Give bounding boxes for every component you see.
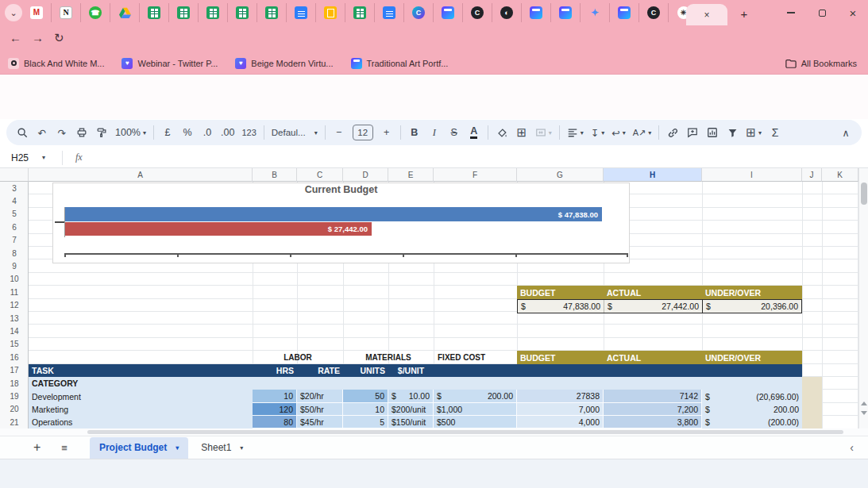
cell-H19-actual[interactable]: 7142 <box>604 390 702 403</box>
horizontal-scrollbar-thumb[interactable] <box>87 430 843 434</box>
pinned-tab-notion[interactable]: N <box>52 3 81 22</box>
pinned-tab-sheets-3[interactable] <box>199 3 228 22</box>
pinned-tab-drive[interactable] <box>110 3 140 22</box>
window-maximize-button[interactable] <box>808 0 836 25</box>
table-header-budget[interactable]: BUDGET <box>517 351 604 364</box>
row-header-7[interactable]: 7 <box>0 234 29 247</box>
functions-button[interactable]: Σ <box>769 124 781 141</box>
insert-comment-button[interactable] <box>686 124 699 141</box>
summary-header-actual[interactable]: ACTUAL <box>604 286 702 299</box>
table-header-underover[interactable]: UNDER/OVER <box>702 351 802 364</box>
bold-button[interactable]: B <box>408 124 421 141</box>
cell-F21-fixed[interactable]: $500 <box>434 416 517 428</box>
cell-E21-per-unit[interactable]: $150/unit <box>388 416 434 428</box>
sheet-tab-caret[interactable]: ▾ <box>176 444 179 451</box>
cell-I21-underover[interactable]: $(200.00) <box>702 416 802 428</box>
summary-header-budget[interactable]: BUDGET <box>517 286 604 299</box>
italic-button[interactable]: I <box>428 124 441 141</box>
column-header-B[interactable]: B <box>253 168 297 182</box>
scroll-down-arrow[interactable] <box>861 411 867 415</box>
window-minimize-button[interactable] <box>777 0 805 25</box>
pinned-tab-sheets-4[interactable] <box>228 3 257 22</box>
column-header-K[interactable]: K <box>822 168 858 182</box>
print-button[interactable] <box>75 124 88 141</box>
sheet-tab-caret[interactable]: ▾ <box>240 444 243 451</box>
pinned-tab-app-2[interactable] <box>522 3 551 22</box>
cell-A21-task[interactable]: Operations <box>29 416 253 428</box>
new-tab-button[interactable]: + <box>735 4 754 23</box>
vertical-scrollbar[interactable] <box>858 168 868 428</box>
cell-I19-underover[interactable]: $(20,696.00) <box>702 390 802 403</box>
pinned-tab-app-4[interactable] <box>610 3 639 22</box>
bookmark-item[interactable]: Traditional Art Portf... <box>351 58 449 69</box>
row-header-19[interactable]: 19 <box>0 390 29 402</box>
row-header-21[interactable]: 21 <box>0 416 29 428</box>
reload-button[interactable]: ↻ <box>54 31 64 45</box>
cell-B21-hrs[interactable]: 80 <box>253 416 297 428</box>
bookmark-item[interactable]: Black And White M... <box>8 58 104 69</box>
table-views-button[interactable]: ⊞▾ <box>746 124 762 141</box>
bookmark-item[interactable]: ♥ Beige Modern Virtu... <box>235 58 333 69</box>
name-box[interactable]: H25 ▾ <box>0 152 62 163</box>
increase-font-size-button[interactable]: + <box>380 124 393 141</box>
merge-cells-button[interactable]: ▾ <box>535 124 552 141</box>
vertical-align-button[interactable]: ↧▾ <box>591 124 605 141</box>
pinned-tab-whatsapp[interactable]: ☎ <box>81 3 110 22</box>
cell-I20-underover[interactable]: $200.00 <box>702 403 802 416</box>
strikethrough-button[interactable]: S <box>448 124 461 141</box>
row-header-6[interactable]: 6 <box>0 221 29 233</box>
scroll-up-arrow[interactable] <box>861 402 867 405</box>
pinned-tab-slides[interactable] <box>316 3 345 22</box>
row-header-5[interactable]: 5 <box>0 208 29 221</box>
row-header-10[interactable]: 10 <box>0 273 29 286</box>
cell-D19-units[interactable]: 50 <box>343 390 388 403</box>
more-formats-button[interactable]: 123 <box>241 124 256 141</box>
window-close-button[interactable]: × <box>839 0 867 25</box>
tab-search-button[interactable]: ⌄ <box>5 4 22 21</box>
column-header-G[interactable]: G <box>517 168 604 182</box>
pinned-tab-sheets-1[interactable] <box>140 3 169 22</box>
cell-D21-units[interactable]: 5 <box>343 416 388 428</box>
cell-F20-fixed[interactable]: $1,000 <box>434 403 517 416</box>
scroll-tabs-chevron[interactable]: ‹ <box>850 441 854 454</box>
pinned-tab-canva[interactable]: C <box>404 3 434 22</box>
bookmark-item[interactable]: ♥ Webinar - Twitter P... <box>122 58 218 69</box>
fill-color-button[interactable] <box>496 124 508 141</box>
pinned-tab-sheets-5[interactable] <box>257 3 287 22</box>
cell-B20-hrs[interactable]: 120 <box>253 403 297 416</box>
row-header-12[interactable]: 12 <box>0 299 29 312</box>
cell-B19-hrs[interactable]: 10 <box>253 390 297 403</box>
vertical-scrollbar-thumb[interactable] <box>861 183 867 205</box>
back-button[interactable]: ← <box>10 31 21 44</box>
col-header-per-unit[interactable]: $/UNIT <box>388 364 434 377</box>
pinned-tab-app-1[interactable] <box>434 3 463 22</box>
cell-E19-per-unit[interactable]: $10.00 <box>388 390 434 403</box>
all-bookmarks-button[interactable]: All Bookmarks <box>785 59 857 68</box>
toolbar-search-icon[interactable] <box>16 124 29 141</box>
group-header-labor[interactable]: LABOR <box>253 351 343 364</box>
format-currency-button[interactable]: £ <box>161 124 174 141</box>
column-header-J[interactable]: J <box>802 168 822 182</box>
row-header-18[interactable]: 18 <box>0 377 29 390</box>
zoom-select[interactable]: 100%▾ <box>115 124 146 141</box>
row-header-8[interactable]: 8 <box>0 247 29 259</box>
undo-button[interactable]: ↶ <box>36 124 48 141</box>
close-tab-icon[interactable]: × <box>704 10 709 21</box>
cell-D20-units[interactable]: 10 <box>343 403 388 416</box>
row-header-3[interactable]: 3 <box>0 182 29 194</box>
cell-G20-budget[interactable]: 7,000 <box>517 403 604 416</box>
text-rotation-button[interactable]: A↗▾ <box>633 124 652 141</box>
active-tab[interactable]: × <box>686 4 727 25</box>
row-header-15[interactable]: 15 <box>0 338 29 351</box>
cell-C19-rate[interactable]: $20/hr <box>297 390 343 403</box>
text-wrap-button[interactable]: ↩▾ <box>611 124 626 141</box>
row-header-16[interactable]: 16 <box>0 351 29 363</box>
pinned-tab-gmail[interactable]: M <box>22 3 52 22</box>
cell-A18-category[interactable]: CATEGORY <box>29 377 253 390</box>
decrease-font-size-button[interactable]: − <box>333 124 345 141</box>
horizontal-align-button[interactable]: ▾ <box>567 124 584 141</box>
pinned-tab-sheets-6[interactable] <box>345 3 375 22</box>
pinned-tab-docs-1[interactable] <box>287 3 316 22</box>
text-color-button[interactable]: A <box>470 126 477 140</box>
pinned-tab-gemini[interactable]: ✦ <box>581 3 610 22</box>
